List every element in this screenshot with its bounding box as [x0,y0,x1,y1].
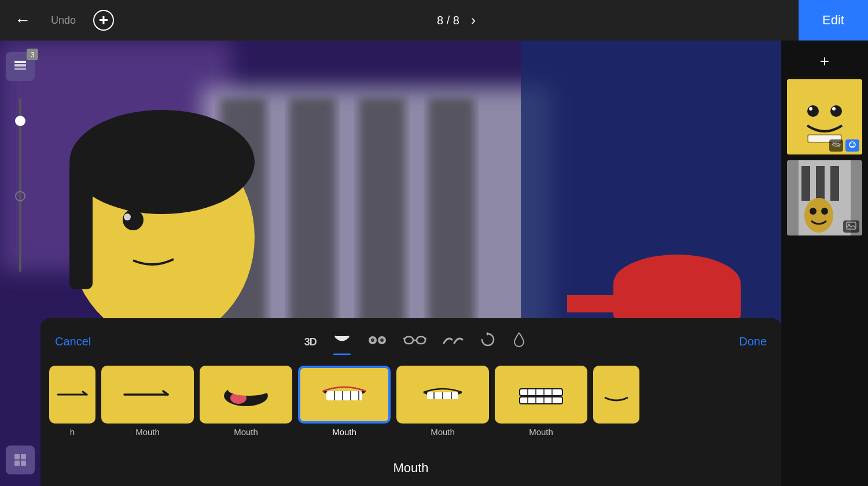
svg-rect-60 [417,337,425,344]
add-circle-button[interactable]: + [93,10,114,31]
mouth-tile-5[interactable] [396,366,489,424]
mouth-item-partial-right [593,366,639,424]
toolbar-left: ← Undo + [0,8,114,32]
layers-icon [13,57,28,76]
picker-3d-button[interactable]: 3D [301,331,319,352]
toolbar-center: 8 / 8 › [437,12,476,28]
undo-button[interactable]: Undo [51,14,76,27]
mouth-shape-5 [417,383,469,406]
svg-rect-10 [69,162,93,289]
svg-rect-23 [567,295,642,312]
toolbar-right: Edit [799,0,868,41]
mouth-item-4-selected: Mouth [298,366,391,437]
thumbnail-1[interactable] [787,79,862,154]
mouth-shape-4 [318,383,370,406]
svg-rect-27 [14,61,26,63]
mouth-shape-partial [55,386,90,403]
eyes-icon [367,335,387,345]
mouth-shape-2 [122,383,174,406]
cancel-button[interactable]: Cancel [55,335,91,348]
mouth-tile-2[interactable] [101,366,194,424]
rotate-icon [480,332,496,348]
picker-eyebrows-button[interactable] [440,331,466,352]
mouth-shape-3 [220,383,272,406]
svg-rect-86 [520,397,562,404]
mouth-label-4: Mouth [332,427,356,437]
edit-button[interactable]: Edit [799,0,868,41]
slider-track[interactable] [19,98,21,272]
mouth-shape-6 [515,383,567,406]
svg-point-51 [810,208,816,215]
svg-point-38 [832,107,836,111]
slider-container [19,93,21,434]
mouth-label-2: Mouth [135,427,160,437]
mouth-tile-3[interactable] [200,366,292,424]
svg-rect-59 [404,337,413,344]
picker-mouth-button[interactable] [330,331,354,352]
drop-icon [512,332,526,348]
svg-rect-47 [801,166,810,201]
svg-point-52 [821,208,828,215]
done-button[interactable]: Done [739,335,767,348]
mouth-tile-partial[interactable] [49,366,95,424]
back-button[interactable]: ← [12,8,34,32]
mouth-label-partial: h [70,427,75,437]
picker-toolbar: Cancel 3D [41,318,781,360]
mouth-label-3: Mouth [234,427,258,437]
glasses-icon [403,335,426,345]
svg-point-43 [851,143,852,145]
slider-thumb-bottom[interactable] [15,191,25,201]
picker-glasses-button[interactable] [400,331,429,352]
svg-point-35 [807,105,819,117]
mouth-tile-4[interactable] [298,366,391,424]
left-sidebar: 3 [0,41,41,486]
mouth-shape-partial-right [602,386,631,403]
mouth-tile-partial-right[interactable] [593,366,639,424]
grid-icon-button[interactable] [6,446,35,474]
mouth-items-list: h Mouth Mouth [41,360,781,461]
svg-rect-81 [520,389,562,396]
mouth-label-5: Mouth [431,427,455,437]
svg-point-57 [371,338,374,342]
svg-point-71 [228,384,270,396]
svg-point-58 [380,338,384,342]
bottom-panel: Cancel 3D [41,318,781,486]
eyebrows-icon [443,335,464,345]
layers-badge[interactable]: 3 [6,52,35,81]
mouth-label-6: Mouth [529,427,553,437]
next-page-button[interactable]: › [471,12,476,28]
svg-rect-28 [14,64,26,67]
svg-point-9 [69,110,255,214]
svg-point-44 [854,143,855,145]
svg-rect-32 [14,461,20,466]
svg-point-12 [124,213,131,220]
thumbnail-1-icons [829,139,859,152]
picker-rotate-button[interactable] [477,329,499,354]
mouth-item-partial-left: h [49,366,95,437]
svg-rect-33 [21,461,26,466]
svg-rect-49 [830,166,839,201]
picker-eyes-button[interactable] [365,331,390,352]
svg-point-37 [809,107,812,111]
mouth-item-3: Mouth [200,366,292,437]
hide-icon [829,139,843,152]
face-detect-icon [845,139,859,152]
mouth-item-2: Mouth [101,366,194,437]
svg-point-36 [830,105,842,117]
layers-count: 3 [27,49,38,60]
svg-rect-30 [14,454,20,459]
slider-thumb-top[interactable] [15,116,25,126]
picker-opacity-button[interactable] [509,329,529,354]
page-counter: 8 / 8 [437,14,459,27]
mouth-item-6: Mouth [495,366,587,437]
mouth-tile-6[interactable] [495,366,587,424]
add-item-button[interactable]: + [817,49,832,73]
svg-rect-72 [326,391,362,400]
mouth-item-5: Mouth [396,366,489,437]
image-icon [843,220,859,233]
thumbnail-2[interactable] [787,160,862,235]
right-panel: + [781,41,868,486]
picker-icons: 3D [301,329,529,354]
svg-marker-64 [486,332,488,336]
svg-rect-31 [21,454,26,459]
